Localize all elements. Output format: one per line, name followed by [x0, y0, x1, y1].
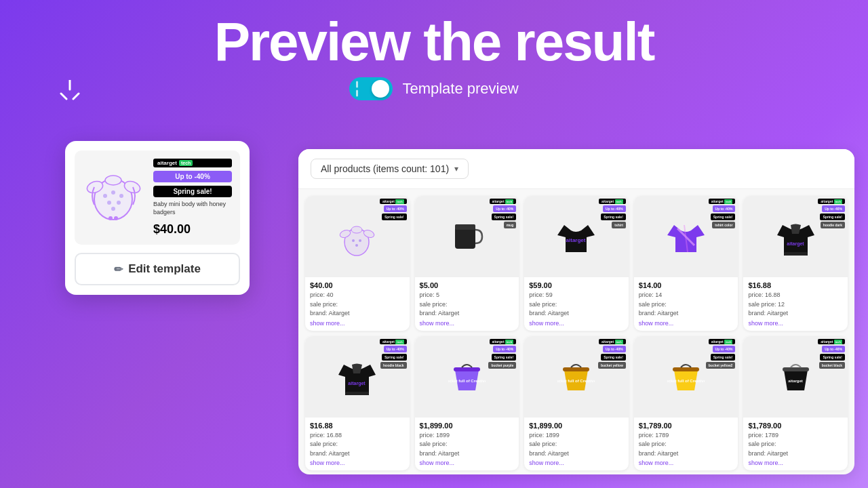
- mini-discount-badge: Up to -40%: [384, 346, 407, 352]
- meta-brand: brand: Aitarget: [529, 449, 624, 459]
- product-image-2: aitarget: [556, 213, 597, 260]
- svg-point-20: [359, 239, 361, 242]
- show-more-link[interactable]: show more...: [748, 460, 843, 466]
- product-card-image: aitarget aitarget tech Up to -40% Spring…: [743, 336, 848, 418]
- show-more-link[interactable]: show more...: [529, 320, 624, 327]
- template-product-image: [83, 159, 144, 223]
- svg-point-13: [108, 216, 113, 220]
- meta-brand: brand: Aitarget: [420, 449, 515, 459]
- card-meta: price: 1899 sale price: brand: Aitarget: [529, 431, 624, 459]
- mini-brand-badge: aitarget tech: [490, 199, 517, 204]
- meta-sale-price: sale price:: [310, 300, 405, 310]
- product-image-8: Bucket full of Creatives: [666, 353, 707, 401]
- header-area: Preview the result Template preview: [0, 0, 868, 142]
- toggle-track: [349, 77, 393, 100]
- mini-brand-badge: aitarget tech: [818, 199, 845, 204]
- dropdown-label: All products (items count: 101): [321, 163, 449, 174]
- product-card-info: $1,899.00 price: 1899 sale price: brand:…: [415, 418, 519, 471]
- meta-brand: brand: Aitarget: [748, 449, 843, 459]
- svg-rect-25: [784, 252, 808, 256]
- mini-brand-badge: aitarget tech: [490, 339, 517, 344]
- toggle-row: Template preview: [349, 77, 518, 100]
- template-inner: aitarget tech Up to -40% Spring sale! Ba…: [75, 150, 240, 245]
- product-overlay: aitarget tech Up to -40% Spring sale! bu…: [598, 339, 626, 369]
- show-more-link[interactable]: show more...: [420, 460, 515, 466]
- show-more-link[interactable]: show more...: [310, 320, 405, 327]
- products-dropdown[interactable]: All products (items count: 101) ▾: [311, 159, 469, 179]
- mini-discount-badge: Up to -40%: [493, 205, 516, 212]
- svg-point-7: [103, 194, 107, 198]
- meta-brand: brand: Aitarget: [420, 309, 515, 319]
- svg-point-6: [105, 176, 121, 185]
- card-price: $40.00: [310, 281, 405, 289]
- mini-brand-badge: aitarget tech: [709, 339, 736, 344]
- product-overlay: aitarget tech Up to -40% Spring sale! ho…: [818, 199, 845, 228]
- meta-price: price: 16.88: [748, 291, 843, 300]
- products-panel: All products (items count: 101) ▾ aitarg…: [298, 149, 854, 474]
- show-more-link[interactable]: show more...: [748, 320, 843, 327]
- edit-template-label: Edit template: [128, 262, 201, 276]
- card-meta: price: 1789 sale price: brand: Aitarget: [748, 431, 843, 459]
- product-card-info: $16.88 price: 16.88 sale price: brand: A…: [305, 418, 410, 471]
- product-overlay: aitarget tech Up to -40% Spring sale! ts…: [599, 199, 626, 228]
- meta-sale-price: sale price:: [420, 300, 515, 310]
- product-overlay: aitarget tech Up to -40% Spring sale! bu…: [706, 339, 736, 369]
- card-price: $1,789.00: [748, 422, 843, 430]
- product-card-image: aitarget aitarget tech Up to -40% Spring…: [524, 196, 629, 277]
- show-more-link[interactable]: show more...: [529, 460, 624, 466]
- meta-brand: brand: Aitarget: [310, 309, 405, 319]
- svg-rect-27: [345, 392, 369, 395]
- product-card-info: $40.00 price: 40 sale price: brand: Aita…: [305, 277, 410, 331]
- toggle-thumb: [372, 80, 389, 98]
- product-image-4: aitarget: [775, 213, 816, 260]
- meta-price: price: 1789: [639, 431, 734, 441]
- meta-sale-price: sale price:: [310, 440, 405, 449]
- svg-rect-23: [455, 224, 475, 230]
- edit-template-button[interactable]: ✏ Edit template: [75, 253, 240, 285]
- svg-rect-31: [563, 367, 589, 371]
- mini-brand-badge: aitarget tech: [380, 199, 407, 204]
- show-more-link[interactable]: show more...: [420, 320, 515, 327]
- product-image-3: [666, 213, 707, 260]
- show-more-link[interactable]: show more...: [639, 460, 734, 466]
- product-card: Bucket full of Creatives aitarget tech U…: [415, 336, 519, 471]
- meta-sale-price: sale price:: [748, 440, 843, 449]
- show-more-link[interactable]: show more...: [310, 460, 405, 466]
- panel-content[interactable]: aitarget tech Up to -40% Spring sale! $4…: [298, 189, 854, 474]
- svg-point-11: [117, 201, 121, 205]
- product-card-info: $59.00 price: 59 sale price: brand: Aita…: [524, 277, 629, 331]
- meta-price: price: 1899: [529, 431, 624, 441]
- mini-sale-badge: Spring sale!: [601, 354, 626, 361]
- mini-sale-badge: Spring sale!: [492, 214, 517, 220]
- template-preview-toggle[interactable]: [349, 77, 393, 100]
- svg-point-18: [351, 226, 362, 233]
- svg-rect-29: [454, 367, 480, 371]
- card-price: $5.00: [420, 281, 515, 289]
- product-card: aitarget tech Up to -40% Spring sale! $4…: [305, 196, 410, 331]
- svg-rect-33: [673, 367, 699, 371]
- svg-rect-35: [783, 367, 809, 371]
- product-card-image: aitarget aitarget tech Up to -40% Spring…: [305, 336, 410, 418]
- edit-icon: ✏: [114, 263, 123, 276]
- svg-text:aitarget: aitarget: [787, 241, 804, 247]
- mini-sale-badge: Spring sale!: [601, 214, 626, 220]
- mini-brand-badge: aitarget tech: [380, 339, 407, 344]
- product-card-image: aitarget tech Up to -40% Spring sale! mu…: [415, 196, 519, 277]
- product-card: aitarget aitarget tech Up to -40% Spring…: [743, 336, 848, 471]
- product-card: aitarget aitarget tech Up to -40% Spring…: [524, 196, 629, 331]
- discount-badge: Up to -40%: [153, 171, 232, 182]
- mini-sale-badge: Spring sale!: [711, 214, 736, 220]
- product-card-info: $1,789.00 price: 1789 sale price: brand:…: [634, 418, 738, 471]
- meta-brand: brand: Aitarget: [639, 449, 734, 459]
- meta-price: price: 16.88: [310, 431, 405, 441]
- card-meta: price: 1789 sale price: brand: Aitarget: [639, 431, 734, 459]
- product-image-7: Bucket full of Creatives: [556, 353, 597, 401]
- product-image-0: [337, 213, 378, 260]
- product-overlay: aitarget tech Up to -40% Spring sale! mu…: [490, 199, 517, 228]
- mini-discount-badge: Up to -40%: [822, 205, 845, 212]
- meta-price: price: 1899: [420, 431, 515, 441]
- show-more-link[interactable]: show more...: [639, 320, 734, 327]
- card-price: $59.00: [529, 281, 624, 289]
- mini-discount-badge: Up to -40%: [713, 346, 736, 352]
- template-card: aitarget tech Up to -40% Spring sale! Ba…: [65, 141, 250, 295]
